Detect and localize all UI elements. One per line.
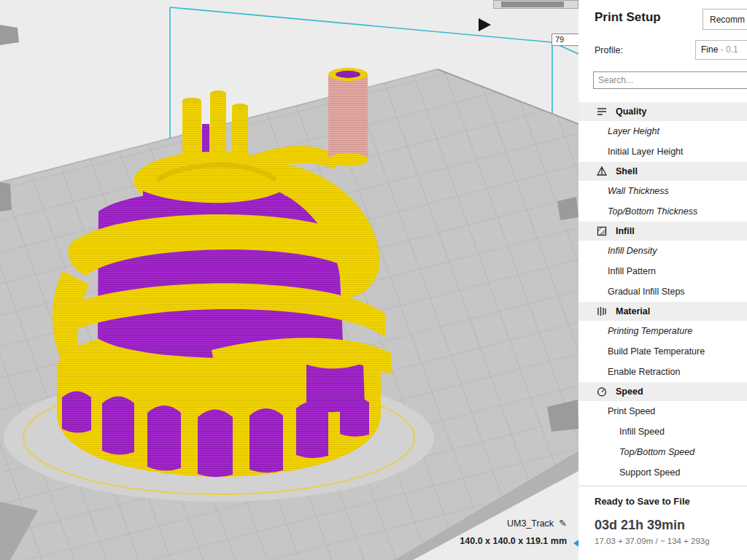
status-text: Ready to Save to File	[595, 496, 690, 507]
setting-wall-thickness[interactable]: Wall Thickness	[578, 181, 747, 201]
layers-icon	[596, 106, 608, 117]
category-label: Shell	[616, 166, 638, 176]
search-input[interactable]	[593, 71, 747, 89]
job-name-label: UM3_Track	[507, 518, 554, 529]
profile-dropdown[interactable]: Fine - 0.1	[695, 40, 747, 60]
setting-printing-temperature[interactable]: Printing Temperature	[578, 321, 747, 341]
viewport-3d[interactable]: 79 UM3_Track ✎ 140.0 x 140.0 x 119.1 mm	[0, 0, 578, 560]
layer-number-field[interactable]: 79	[551, 34, 578, 46]
setting-layer-height[interactable]: Layer Height	[578, 121, 747, 141]
category-speed[interactable]: Speed	[578, 382, 747, 401]
setting-infill-speed[interactable]: Infill Speed	[578, 421, 747, 442]
setting-top-bottom-thickness[interactable]: Top/Bottom Thickness	[578, 201, 747, 222]
pencil-icon[interactable]: ✎	[559, 518, 567, 529]
print-setup-panel: Print Setup Recomm Profile: Fine - 0.1 Q…	[578, 0, 747, 560]
scene-canvas[interactable]	[0, 0, 578, 560]
panel-arrow-icon[interactable]	[573, 537, 578, 550]
setting-enable-retraction[interactable]: Enable Retraction	[578, 362, 747, 382]
settings-list: Quality Layer Height Initial Layer Heigh…	[578, 102, 747, 483]
recommended-mode-button[interactable]: Recomm	[703, 9, 747, 30]
shell-icon	[596, 166, 608, 177]
support-tower	[328, 68, 368, 166]
setting-build-plate-temperature[interactable]: Build Plate Temperature	[578, 341, 747, 362]
play-button[interactable]	[479, 18, 491, 31]
category-label: Speed	[616, 386, 643, 397]
category-material[interactable]: Material	[578, 302, 747, 321]
material-icon	[596, 306, 608, 317]
category-label: Quality	[616, 106, 646, 117]
print-time-estimate: 03d 21h 39min	[595, 518, 685, 533]
setting-top-bottom-speed[interactable]: Top/Bottom Speed	[578, 442, 747, 462]
setting-print-speed[interactable]: Print Speed	[578, 401, 747, 421]
cura-window: 79 UM3_Track ✎ 140.0 x 140.0 x 119.1 mm …	[0, 0, 747, 560]
panel-title: Print Setup	[595, 10, 661, 25]
category-shell[interactable]: Shell	[578, 162, 747, 181]
setting-gradual-infill-steps[interactable]: Gradual Infill Steps	[578, 281, 747, 302]
setting-infill-density[interactable]: Infill Density	[578, 241, 747, 261]
material-estimate: 17.03 + 37.09m / ~ 134 + 293g	[595, 537, 710, 545]
job-name-row[interactable]: UM3_Track ✎	[507, 518, 567, 529]
setting-initial-layer-height[interactable]: Initial Layer Height	[578, 141, 747, 162]
layer-slider-handle[interactable]	[501, 1, 564, 7]
setting-support-speed[interactable]: Support Speed	[578, 462, 747, 483]
setting-infill-pattern[interactable]: Infill Pattern	[578, 261, 747, 281]
category-infill[interactable]: Infill	[578, 222, 747, 241]
model-dimensions: 140.0 x 140.0 x 119.1 mm	[460, 536, 567, 546]
category-label: Material	[616, 306, 650, 316]
layer-slider-track[interactable]	[493, 0, 578, 9]
infill-icon	[596, 225, 608, 237]
profile-detail: - 0.1	[721, 44, 738, 55]
category-label: Infill	[616, 226, 635, 236]
speed-icon	[596, 386, 608, 397]
profile-label: Profile:	[595, 45, 623, 55]
profile-value: Fine	[701, 44, 718, 55]
category-quality[interactable]: Quality	[578, 102, 747, 121]
